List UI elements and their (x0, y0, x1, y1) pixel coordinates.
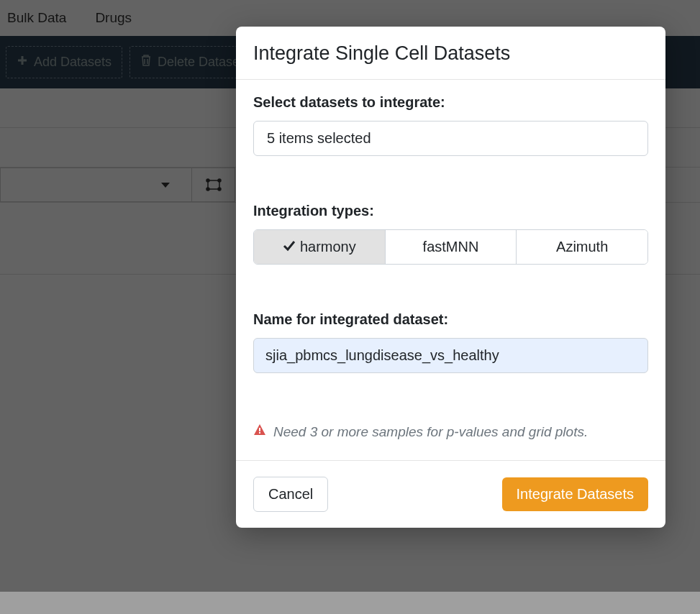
cancel-button[interactable]: Cancel (253, 477, 328, 512)
harmony-label: harmony (300, 239, 356, 255)
datasets-select[interactable]: 5 items selected (253, 121, 648, 156)
dataset-name-input[interactable] (253, 338, 648, 373)
integration-azimuth-button[interactable]: Azimuth (517, 230, 647, 264)
warning-icon (253, 423, 266, 440)
integrate-modal: Integrate Single Cell Datasets Select da… (236, 27, 665, 528)
integration-harmony-button[interactable]: harmony (254, 230, 386, 264)
modal-header: Integrate Single Cell Datasets (236, 27, 665, 80)
select-datasets-label: Select datasets to integrate: (253, 94, 648, 111)
modal-title: Integrate Single Cell Datasets (253, 42, 648, 65)
integration-fastmnn-button[interactable]: fastMNN (386, 230, 517, 264)
warning-message: Need 3 or more samples for p-values and … (253, 423, 648, 440)
integrate-datasets-button[interactable]: Integrate Datasets (502, 477, 648, 511)
svg-rect-5 (259, 428, 260, 431)
svg-rect-6 (259, 432, 260, 434)
integration-type-group: harmony fastMNN Azimuth (253, 229, 648, 265)
warning-text: Need 3 or more samples for p-values and … (273, 424, 588, 440)
integration-types-label: Integration types: (253, 203, 648, 219)
dataset-name-label: Name for integrated dataset: (253, 311, 648, 328)
check-icon (283, 239, 296, 255)
